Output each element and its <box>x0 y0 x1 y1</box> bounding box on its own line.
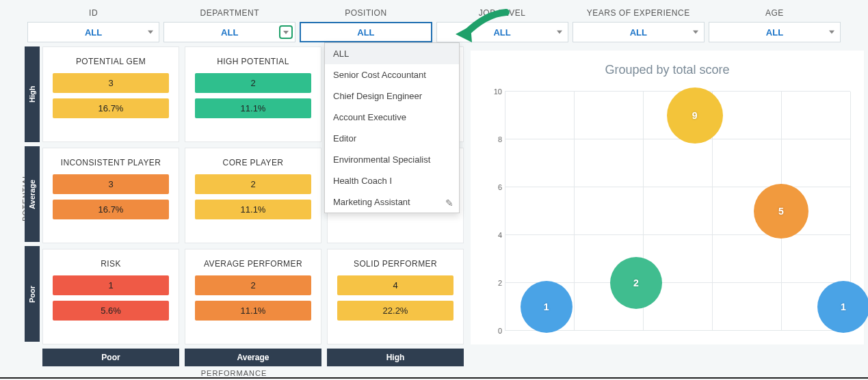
filter-value-department: ALL <box>221 27 238 38</box>
cell-title: POTENTIAL GEM <box>53 54 169 68</box>
y-tick: 2 <box>488 279 502 287</box>
cell-title: SOLID PERFORMER <box>337 256 453 270</box>
position-dropdown[interactable]: ALL Senior Cost Accountant Chief Design … <box>324 42 460 213</box>
cell-title: CORE PLAYER <box>195 155 311 169</box>
dropdown-item[interactable]: Editor <box>325 128 459 149</box>
dropdown-item[interactable]: Senior Cost Accountant <box>325 64 459 85</box>
cell-percent: 11.1% <box>195 301 311 321</box>
cell-count: 3 <box>53 73 169 93</box>
cell-percent: 22.2% <box>337 301 453 321</box>
grid-cell[interactable]: AVERAGE PERFORMER211.1% <box>185 249 321 344</box>
filter-yoe: YEARS OF EXPERIENCE ALL <box>573 4 705 42</box>
grid-cell[interactable]: POTENTIAL GEM316.7% <box>42 46 179 142</box>
chevron-down-icon <box>693 31 698 34</box>
cell-count: 2 <box>195 73 311 93</box>
row-label-high: High <box>25 46 40 142</box>
filter-value-job-level: ALL <box>493 27 510 38</box>
chart-bubble[interactable]: 1 <box>521 281 573 333</box>
filter-label-job-level: JOB LEVEL <box>436 4 568 22</box>
y-tick: 10 <box>488 87 502 96</box>
filter-label-position: POSITION <box>300 4 432 22</box>
pencil-icon[interactable]: ✎ <box>445 198 453 208</box>
cell-percent: 11.1% <box>195 98 311 118</box>
filter-label-yoe: YEARS OF EXPERIENCE <box>573 4 705 22</box>
chart-plot-area: 024681012951 <box>505 92 850 331</box>
grid-cell[interactable]: INCONSISTENT PLAYER316.7% <box>42 148 179 243</box>
grid-cell[interactable]: CORE PLAYER211.1% <box>185 148 321 243</box>
cell-count: 2 <box>195 275 311 295</box>
dropdown-item[interactable]: Health Coach I <box>325 170 459 191</box>
dropdown-item[interactable]: Environmental Specialist <box>325 149 459 170</box>
cell-title: INCONSISTENT PLAYER <box>53 155 169 169</box>
cell-percent: 11.1% <box>195 200 311 219</box>
y-tick: 4 <box>488 231 502 239</box>
chevron-down-icon <box>148 31 153 34</box>
filter-value-yoe: ALL <box>630 27 647 38</box>
filter-select-position[interactable]: ALL <box>300 22 432 42</box>
col-label-high: High <box>327 349 464 366</box>
dropdown-item[interactable]: Marketing Assistant <box>325 191 459 213</box>
col-label-poor: Poor <box>42 349 179 366</box>
chevron-down-icon <box>829 31 834 34</box>
filter-value-position: ALL <box>357 27 374 38</box>
y-tick: 8 <box>488 135 502 144</box>
filter-select-age[interactable]: ALL <box>709 22 841 42</box>
x-axis-label: PERFORMANCE <box>4 366 464 377</box>
grid-cell[interactable]: SOLID PERFORMER422.2% <box>327 249 464 344</box>
gridline <box>505 91 850 92</box>
filter-value-id: ALL <box>85 27 102 38</box>
col-label-average: Average <box>185 349 321 366</box>
dropdown-item[interactable]: Chief Design Engineer <box>325 85 459 107</box>
cell-count: 3 <box>53 174 169 194</box>
filter-age: AGE ALL <box>709 4 841 42</box>
cell-count: 4 <box>337 275 453 295</box>
filter-bar: ID ALL DEPARTMENT ALL POSITION ALL JOB L… <box>0 0 868 46</box>
cell-percent: 16.7% <box>53 200 169 219</box>
grid-cell[interactable]: HIGH POTENTIAL211.1% <box>185 46 321 142</box>
chart-title: Grouped by total score <box>471 51 864 81</box>
grid-cell[interactable]: RISK15.6% <box>42 249 179 344</box>
cell-title: AVERAGE PERFORMER <box>195 256 311 270</box>
cell-percent: 5.6% <box>53 301 169 321</box>
cell-count: 1 <box>53 275 169 295</box>
y-tick: 6 <box>488 183 502 191</box>
gridline <box>505 234 850 235</box>
bubble-chart: Grouped by total score 024681012951 <box>471 51 864 344</box>
cell-title: RISK <box>53 256 169 270</box>
filter-select-department[interactable]: ALL <box>163 22 295 42</box>
filter-id: ID ALL <box>27 4 159 42</box>
gridline <box>505 92 505 331</box>
dropdown-item[interactable]: ALL <box>325 43 459 64</box>
filter-value-age: ALL <box>766 27 783 38</box>
gridline <box>574 92 575 331</box>
chart-bubble[interactable]: 9 <box>667 87 723 144</box>
filter-label-id: ID <box>27 4 159 22</box>
row-label-poor: Poor <box>25 246 40 342</box>
row-label-average: Average <box>25 146 40 242</box>
filter-position: POSITION ALL <box>300 4 432 42</box>
cell-count: 2 <box>195 174 311 194</box>
dropdown-item[interactable]: Account Executive <box>325 107 459 128</box>
dropdown-chevron-highlight <box>279 25 293 39</box>
chart-bubble[interactable]: 2 <box>610 257 662 309</box>
chart-bubble[interactable]: 1 <box>817 281 868 333</box>
filter-select-yoe[interactable]: ALL <box>573 22 705 42</box>
filter-label-department: DEPARTMENT <box>163 4 295 22</box>
filter-select-id[interactable]: ALL <box>27 22 159 42</box>
chart-bubble[interactable]: 5 <box>754 184 808 239</box>
filter-department: DEPARTMENT ALL <box>163 4 295 42</box>
chevron-down-icon <box>557 31 562 34</box>
y-tick: 0 <box>488 327 502 335</box>
filter-job-level: JOB LEVEL ALL <box>436 4 568 42</box>
filter-select-job-level[interactable]: ALL <box>436 22 568 42</box>
filter-label-age: AGE <box>709 4 841 22</box>
gridline <box>505 139 850 139</box>
cell-title: HIGH POTENTIAL <box>195 54 311 68</box>
gridline <box>505 187 850 187</box>
cell-percent: 16.7% <box>53 98 169 118</box>
page-divider <box>0 377 868 379</box>
